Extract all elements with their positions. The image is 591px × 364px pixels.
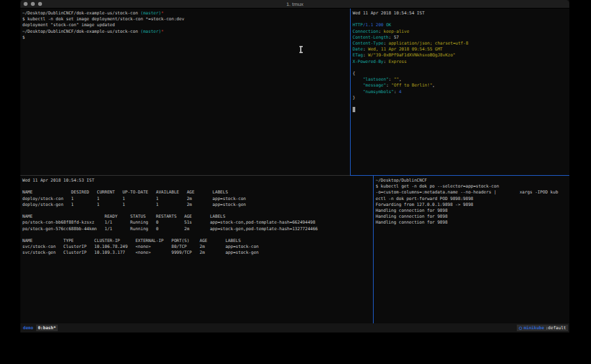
terminal-line: } — [353, 95, 569, 101]
text-segment: deploy/stock-con 1 1 1 1 2m app=stock-co… — [22, 196, 246, 201]
terminal-line: "lastseen": "", — [353, 77, 569, 83]
text-segment: deploy/stock-gen 1 1 1 1 2m app=stock-ge… — [22, 202, 246, 207]
text-segment: $ — [22, 35, 25, 40]
text-segment: 57 — [394, 35, 399, 40]
text-segment: Wed 11 Apr 2018 10:54:53 IST — [22, 178, 95, 183]
terminal-line: "message": "Off to Berlin!", — [353, 83, 569, 89]
text-segment: * — [161, 29, 164, 34]
text-segment: Date — [353, 47, 363, 52]
window-titlebar[interactable]: 1. tmux — [20, 0, 569, 9]
text-segment: "Off to Berlin!" — [391, 83, 433, 88]
tmux-panes: ~/Desktop/DublinCNCF/dok-example-us/stoc… — [20, 9, 569, 323]
text-segment: Content-Type — [353, 41, 383, 46]
terminal-window: 1. tmux ~/Desktop/DublinCNCF/dok-example… — [20, 0, 569, 333]
text-segment: deployment "stock-con" image updated — [22, 22, 115, 28]
terminal-line — [22, 208, 373, 214]
pane-http-response[interactable]: Wed 11 Apr 2018 10:54:54 IST HTTP/1.1 20… — [351, 9, 569, 175]
terminal-line: $ — [22, 35, 350, 41]
terminal-line — [353, 65, 569, 71]
terminal-line: Wed 11 Apr 2018 10:54:53 IST — [22, 178, 373, 184]
terminal-line: deploy/stock-gen 1 1 1 1 2m app=stock-ge… — [22, 202, 373, 208]
text-segment: : — [386, 83, 391, 88]
session-name: demo — [23, 325, 33, 331]
text-segment: 4 — [399, 89, 401, 94]
text-segment: Handling connection for 9898 — [376, 208, 448, 213]
terminal-line: Handling connection for 9898 — [376, 220, 569, 226]
window-title: 1. tmux — [20, 1, 569, 7]
block-cursor — [353, 107, 355, 112]
terminal-line: Handling connection for 9898 — [376, 214, 569, 220]
terminal-line — [353, 107, 569, 113]
terminal-line: Forwarding from 127.0.0.1:9898 -> 9898 — [376, 202, 569, 208]
mouse-cursor-ibeam — [299, 46, 303, 53]
text-segment: , — [432, 83, 435, 88]
pane-shell-set-image[interactable]: ~/Desktop/DublinCNCF/dok-example-us/stoc… — [20, 9, 350, 175]
terminal-line — [353, 16, 569, 22]
pane-port-forward[interactable]: ~/Desktop/DublinCNCF$ kubectl get -n dok… — [374, 176, 569, 323]
terminal-line: Wed 11 Apr 2018 10:54:54 IST — [353, 10, 569, 16]
terminal-line: Content-Type: application/json; charset=… — [353, 41, 569, 47]
terminal-line — [22, 184, 373, 190]
text-segment: application/json; charset=utf-8 — [389, 41, 468, 46]
text-segment: keep-alive — [383, 29, 409, 34]
terminal-line: po/stock-gen-576cc688bb-44kmn 1/1 Runnin… — [22, 226, 373, 232]
text-segment: Forwarding from 127.0.0.1:9898 -> 9898 — [376, 202, 473, 207]
text-segment: : — [389, 35, 394, 40]
window-tab-bash[interactable]: 0:bash* — [36, 325, 58, 331]
text-segment: (master) — [141, 29, 161, 34]
text-segment: NAME TYPE CLUSTER-IP EXTERNAL-IP PORT(S)… — [22, 238, 241, 243]
text-segment: : — [383, 41, 389, 46]
text-segment: : — [389, 77, 394, 82]
text-segment: Handling connection for 9898 — [376, 220, 448, 225]
text-segment: svc/stock-con ClusterIP 10.106.78.249 <n… — [22, 244, 259, 249]
tmux-status-bar: demo 0:bash* minikube:default — [20, 323, 569, 333]
text-segment: Connection — [353, 29, 378, 34]
text-segment: ~/Desktop/DublinCNCF/dok-example-us/stoc… — [22, 10, 141, 16]
text-segment: Handling connection for 9898 — [376, 214, 448, 219]
text-segment: ~/Desktop/DublinCNCF — [376, 178, 427, 183]
terminal-line: svc/stock-con ClusterIP 10.106.78.249 <n… — [22, 244, 373, 250]
terminal-line: Handling connection for 9898 — [376, 208, 569, 214]
text-segment: "message" — [363, 83, 386, 88]
text-segment: -o=custom-columns=:metadata.name --no-he… — [376, 190, 558, 195]
terminal-line — [22, 232, 373, 238]
terminal-line: po/stock-con-bb68f88fd-kzsxz 1/1 Running… — [22, 220, 373, 226]
terminal-line: $ kubectl get -n dok po --selector=app=s… — [376, 184, 569, 190]
kube-context-badge: minikube:default — [517, 325, 568, 331]
terminal-line: ~/Desktop/DublinCNCF — [376, 178, 569, 184]
terminal-line: ectl -n dok port-forward POD 9898:9898 — [376, 196, 569, 202]
text-segment: X-Powered-By — [353, 59, 383, 64]
text-segment: NAME READY STATUS RESTARTS AGE LABELS — [22, 214, 225, 219]
terminal-line: -o=custom-columns=:metadata.name --no-he… — [376, 190, 569, 195]
terminal-line: { — [353, 71, 569, 77]
terminal-line — [353, 101, 569, 107]
text-segment: $ kubectl get -n dok po --selector=app=s… — [376, 184, 499, 189]
terminal-line: "numsymbols": 4 — [353, 89, 569, 95]
text-segment: { — [353, 71, 355, 76]
text-segment: /1.1 200 — [363, 22, 383, 28]
terminal-line: Date: Wed, 11 Apr 2018 09:54:55 GMT — [353, 47, 569, 52]
text-segment: HTTP — [353, 22, 363, 28]
text-segment: Wed 11 Apr 2018 10:54:54 IST — [353, 10, 425, 16]
text-segment — [353, 77, 363, 82]
terminal-line: ~/Desktop/DublinCNCF/dok-example-us/stoc… — [22, 29, 350, 35]
kube-namespace: :default — [546, 325, 566, 331]
terminal-line: NAME READY STATUS RESTARTS AGE LABELS — [22, 214, 373, 220]
text-segment: W/"39-0xBPf9aF1dXVNkhsxoBQgJ8vKzo" — [368, 52, 455, 58]
text-segment: (master) — [141, 10, 161, 16]
text-segment: NAME DESIRED CURRENT UP-TO-DATE AVAILABL… — [22, 190, 228, 195]
terminal-line: deployment "stock-con" image updated — [22, 22, 350, 28]
text-segment: Wed, 11 Apr 2018 09:54:55 GMT — [368, 47, 443, 52]
terminal-line: Connection: keep-alive — [353, 29, 569, 35]
text-segment: , — [399, 77, 401, 82]
text-segment: ~/Desktop/DublinCNCF/dok-example-us/stoc… — [22, 29, 141, 34]
terminal-line: svc/stock-gen ClusterIP 10.109.3.177 <no… — [22, 250, 373, 256]
text-segment: po/stock-con-bb68f88fd-kzsxz 1/1 Running… — [22, 220, 315, 225]
text-segment: } — [353, 95, 355, 100]
terminal-line: $ kubectl -n dok set image deployment/st… — [22, 16, 350, 22]
pane-kubectl-watch[interactable]: Wed 11 Apr 2018 10:54:53 IST NAME DESIRE… — [20, 176, 373, 323]
kubernetes-helm-icon — [519, 327, 522, 330]
text-segment: ETag — [353, 52, 363, 58]
terminal-line: NAME DESIRED CURRENT UP-TO-DATE AVAILABL… — [22, 190, 373, 195]
text-segment: OK — [383, 22, 391, 28]
